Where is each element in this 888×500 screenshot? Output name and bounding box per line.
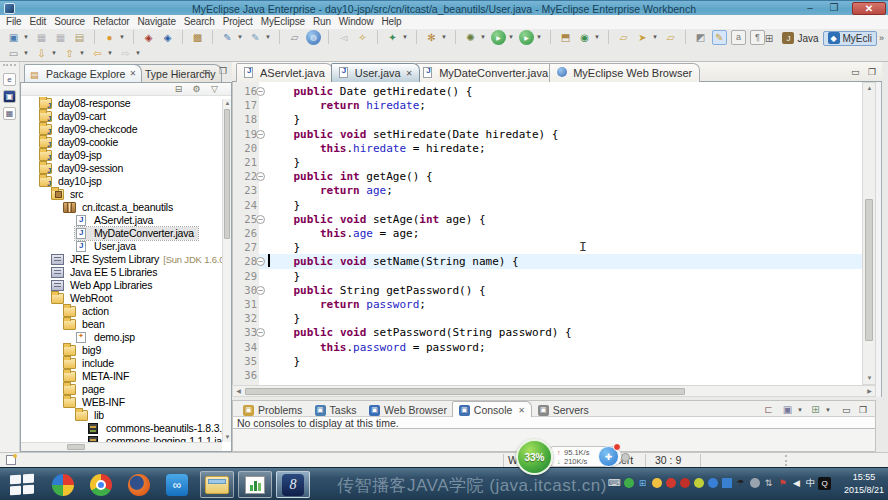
taskbar-eight-icon[interactable]: 8 <box>276 471 310 498</box>
menu-file[interactable]: File <box>2 15 26 29</box>
save-all-icon[interactable]: ▦ <box>53 30 68 45</box>
taskbar-explorer-icon[interactable] <box>200 471 234 498</box>
taskbar-blueapp-icon[interactable]: ∞ <box>160 471 194 498</box>
code-line[interactable]: 29 } <box>233 269 876 284</box>
editor-tab-myeclipse-web-browser[interactable]: MyEclipse Web Browser <box>549 63 700 82</box>
new-wizard-icon[interactable]: ▣ <box>6 30 21 45</box>
scroll-thumb-h[interactable] <box>245 388 685 395</box>
code-line[interactable]: 17 return hiredate; <box>233 98 876 113</box>
code-line[interactable]: 35 } <box>233 354 876 369</box>
fold-collapse-icon[interactable]: – <box>256 215 265 224</box>
editor-tab-user-java[interactable]: JUser.java✕ <box>331 63 421 82</box>
forward-icon[interactable]: ⇨ <box>118 46 133 61</box>
save-icon[interactable]: ▦ <box>34 30 49 45</box>
minimize-button[interactable]: – <box>800 2 820 15</box>
perspective-overflow[interactable]: » <box>879 33 884 43</box>
back-icon[interactable]: ⇦ <box>90 46 105 61</box>
tree-item[interactable]: page <box>21 383 222 396</box>
coverage-icon[interactable]: ◉ <box>577 30 592 45</box>
code-line[interactable]: 26 this.age = age; <box>233 226 876 241</box>
menu-navigate[interactable]: Navigate <box>134 15 180 29</box>
minimized-view-1-icon[interactable]: e <box>3 73 16 86</box>
open-perspective-icon[interactable]: ⊞ <box>761 31 776 46</box>
tray-red-ball-icon[interactable] <box>664 476 677 490</box>
scroll-down-arrow[interactable]: ▼ <box>223 433 232 442</box>
menu-source[interactable]: Source <box>50 15 89 29</box>
tree-item[interactable]: Java EE 5 Libraries <box>21 266 222 279</box>
display-console-icon[interactable]: ▣ <box>780 402 795 417</box>
tree-item[interactable]: day09-checkcode <box>21 123 222 136</box>
close-tab-icon[interactable]: ✕ <box>518 406 525 415</box>
view-minmax-buttons[interactable]: ▭ ❐ <box>202 66 230 76</box>
next-annotation-icon[interactable]: ⇩ <box>34 46 49 61</box>
tree-item[interactable]: demo.jsp <box>21 331 222 344</box>
scroll-thumb[interactable] <box>865 199 873 341</box>
tray-keyboard-icon[interactable]: ⌨ <box>608 476 621 490</box>
menu-window[interactable]: Window <box>335 15 378 29</box>
console-tab-tasks[interactable]: ▣Tasks <box>309 402 363 418</box>
tree-item[interactable]: day08-response <box>21 97 222 110</box>
tray-bluetooth-icon[interactable] <box>706 476 719 490</box>
console-minmax-buttons[interactable]: ▭ ❐ <box>842 405 870 415</box>
scroll-thumb-h[interactable] <box>67 444 85 450</box>
code-line[interactable]: 19– public void setHiredate(Date hiredat… <box>233 127 876 142</box>
open-resource-icon[interactable]: ▱ <box>616 30 631 45</box>
minimized-view-3-icon[interactable]: ▦ <box>3 107 16 120</box>
annotation-icon[interactable]: ▭ <box>6 46 21 61</box>
fastview-icon[interactable] <box>6 455 16 465</box>
print-icon[interactable]: ▤ <box>72 30 87 45</box>
editor-vscrollbar[interactable]: ▲ ▼ <box>862 82 876 385</box>
menu-project[interactable]: Project <box>219 15 257 29</box>
tree-item[interactable]: bean <box>21 318 222 331</box>
tray-shield-icon[interactable] <box>692 476 705 490</box>
run-last-icon[interactable]: ▶ <box>519 30 534 45</box>
tree-item[interactable]: commons-logging-1.1.1.jar <box>21 435 222 442</box>
code-line[interactable]: 30– public String getPassword() { <box>233 283 876 298</box>
code-line[interactable]: 34 this.password = password; <box>233 340 876 355</box>
taskbar-firefox-icon[interactable] <box>122 471 156 498</box>
scroll-right-arrow[interactable]: ▶ <box>865 387 874 396</box>
code-editor[interactable]: 16– public Date getHiredate() {17 return… <box>232 82 876 385</box>
fold-collapse-icon[interactable]: – <box>256 172 265 181</box>
scroll-down-arrow[interactable]: ▼ <box>865 374 874 383</box>
editor-tab-aservlet-java[interactable]: JAServlet.java <box>236 63 333 82</box>
fold-collapse-icon[interactable]: – <box>256 87 265 96</box>
tree-item[interactable]: lib <box>21 409 222 422</box>
console-tab-web-browser[interactable]: ▣Web Browser <box>363 402 453 418</box>
memory-percent-ball[interactable]: 33% <box>516 439 553 475</box>
toggle-mark-icon[interactable]: ◩ <box>693 30 708 45</box>
editor-hscrollbar[interactable]: ◀ ▶ <box>232 385 876 397</box>
new-class-icon[interactable]: ✦ <box>385 30 400 45</box>
scroll-up-arrow[interactable]: ▲ <box>865 84 874 93</box>
show-whitespace-icon[interactable]: a <box>731 30 746 45</box>
taskbar-chartapp-icon[interactable] <box>238 471 272 498</box>
tray-yellow-ball-icon[interactable] <box>650 476 663 490</box>
tree-item[interactable]: cn.itcast.a_beanutils <box>21 201 222 214</box>
tree-item[interactable]: AServlet.java <box>21 214 222 227</box>
fold-collapse-icon[interactable]: – <box>256 130 265 139</box>
minimized-view-2-icon[interactable]: ▣ <box>3 90 16 103</box>
scroll-up-arrow[interactable]: ▲ <box>223 99 232 108</box>
perspective-java[interactable]: JJava <box>778 31 822 46</box>
menu-run[interactable]: Run <box>309 15 335 29</box>
sync-icon[interactable]: ▱ <box>287 30 302 45</box>
code-line[interactable]: 31 return password; <box>233 297 876 312</box>
console-tab-console[interactable]: ▣Console✕ <box>452 401 532 418</box>
code-line[interactable]: 24 } <box>233 198 876 213</box>
tree-item[interactable]: WebRoot <box>21 292 222 305</box>
maximize-button[interactable]: ❐ <box>824 2 844 15</box>
editor-minmax-buttons[interactable]: ▭ ❐ <box>851 67 879 77</box>
tray-q-icon[interactable]: Q <box>818 477 831 490</box>
tree-item[interactable]: day09-cookie <box>21 136 222 149</box>
tree-item[interactable]: day09-jsp <box>21 149 222 162</box>
web-browser-icon[interactable]: ◍ <box>306 30 321 45</box>
start-button[interactable] <box>10 474 36 495</box>
code-line[interactable]: 25– public void setAge(int age) { <box>233 212 876 227</box>
tree-item[interactable]: JRE System Library[Sun JDK 1.6.0_13] <box>21 253 222 266</box>
tray-bluesq-icon[interactable] <box>720 476 733 490</box>
tree-item[interactable]: day09-session <box>21 162 222 175</box>
taskbar-clock[interactable]: 15:55 2015/8/21 <box>844 471 884 497</box>
tray-phone-icon[interactable] <box>748 476 761 490</box>
fold-collapse-icon[interactable]: – <box>256 286 265 295</box>
code-line[interactable]: 33– public void setPassword(String passw… <box>233 325 876 340</box>
